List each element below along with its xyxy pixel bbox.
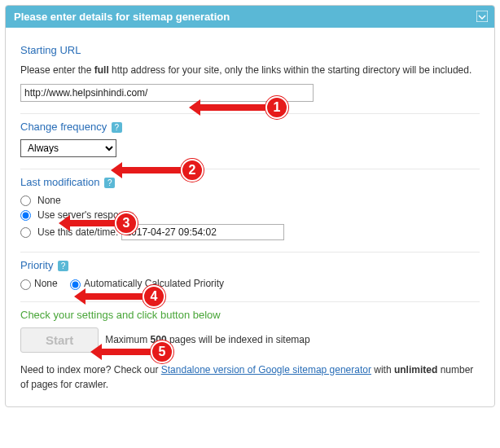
- panel-title: Please enter details for sitemap generat…: [14, 11, 230, 23]
- lastmod-server-label: Use server's response: [37, 209, 134, 221]
- priority-heading: Priority ?: [20, 259, 480, 271]
- lastmod-date-radio[interactable]: [20, 227, 31, 238]
- lastmod-none-radio[interactable]: [20, 195, 31, 206]
- priority-none-label: None: [34, 278, 58, 289]
- starting-url-heading: Starting URL: [20, 44, 480, 56]
- last-modification-heading: Last modification ?: [20, 176, 480, 188]
- lastmod-server-radio[interactable]: [20, 210, 31, 221]
- start-note: Maximum 500 pages will be indexed in sit…: [105, 334, 309, 345]
- lastmod-date-label: Use this date/time:: [37, 226, 118, 238]
- expand-icon[interactable]: [476, 11, 488, 22]
- svg-rect-0: [476, 11, 488, 22]
- priority-none-radio[interactable]: [20, 279, 31, 290]
- priority-auto-label: Automatically Calculated Priority: [84, 278, 224, 289]
- change-frequency-heading: Change frequency ?: [20, 121, 480, 133]
- lastmod-none-label: None: [37, 195, 61, 206]
- start-button[interactable]: Start: [20, 327, 99, 353]
- footer-note: Need to index more? Check our Standalone…: [20, 362, 480, 392]
- standalone-link[interactable]: Standalone version of Google sitemap gen…: [161, 364, 371, 376]
- start-heading: Check your settings and click button bel…: [20, 309, 480, 321]
- panel-header: Please enter details for sitemap generat…: [6, 6, 494, 28]
- lastmod-date-input[interactable]: [121, 224, 284, 240]
- help-icon[interactable]: ?: [104, 178, 115, 188]
- starting-url-desc: Please enter the full http address for y…: [20, 63, 480, 77]
- help-icon[interactable]: ?: [112, 122, 122, 133]
- help-icon[interactable]: ?: [58, 261, 68, 271]
- change-frequency-select[interactable]: Always: [20, 139, 116, 157]
- starting-url-input[interactable]: [20, 84, 314, 102]
- priority-auto-radio[interactable]: [70, 279, 81, 290]
